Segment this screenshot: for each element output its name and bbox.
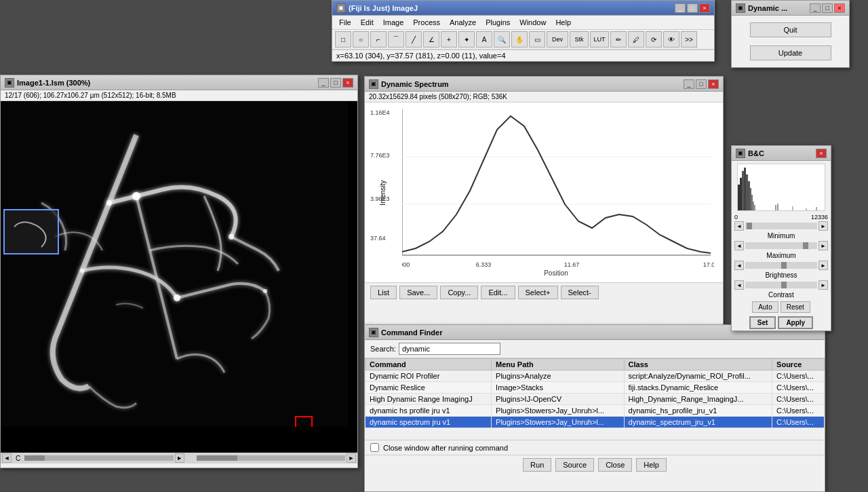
tool-hand[interactable]: ✋: [511, 31, 528, 48]
minimum-right-arrow[interactable]: ►: [818, 221, 828, 231]
source-button[interactable]: Source: [555, 458, 594, 472]
tool-eye[interactable]: 👁: [663, 31, 679, 48]
brightness-label: Brightness: [732, 271, 831, 280]
set-button[interactable]: Set: [749, 316, 776, 329]
tool-rectangle[interactable]: □: [335, 31, 351, 48]
tool-point[interactable]: +: [441, 31, 457, 48]
close-checkbox[interactable]: [370, 443, 379, 452]
contrast-thumb[interactable]: [781, 282, 787, 288]
menu-help[interactable]: Help: [551, 17, 575, 28]
imagej-restore[interactable]: □: [687, 3, 698, 13]
select-plus-button[interactable]: Select+: [518, 286, 558, 299]
contrast-slider[interactable]: [745, 282, 817, 288]
minimum-slider[interactable]: [745, 223, 817, 229]
auto-button[interactable]: Auto: [752, 301, 778, 313]
copy-button[interactable]: Copy...: [440, 286, 478, 299]
spectrum-minimize[interactable]: _: [684, 79, 694, 89]
maximum-right-arrow[interactable]: ►: [818, 241, 828, 250]
spectrum-close[interactable]: ×: [708, 79, 719, 89]
image-hscrollbar[interactable]: ◄ C ► ►: [1, 453, 357, 463]
menu-image[interactable]: Image: [379, 17, 408, 28]
quit-button[interactable]: Quit: [750, 22, 831, 37]
brightness-right-arrow[interactable]: ►: [818, 261, 828, 270]
contrast-right-arrow[interactable]: ►: [818, 280, 828, 290]
tool-pen1[interactable]: ✏: [610, 31, 627, 48]
tool-dev[interactable]: Dev: [547, 31, 568, 48]
dynamic-mini-minimize[interactable]: _: [810, 3, 821, 13]
list-button[interactable]: List: [370, 286, 397, 299]
table-row[interactable]: dynamic spectrum jru v1Plugins>Stowers>J…: [366, 417, 825, 428]
microscopy-image: [1, 101, 348, 427]
dynamic-mini-maximize[interactable]: □: [822, 3, 833, 13]
imagej-minimize[interactable]: _: [675, 3, 686, 13]
close-button[interactable]: Close: [598, 458, 632, 472]
tool-more[interactable]: >>: [681, 31, 697, 48]
hscroll-right-btn[interactable]: ►: [175, 453, 184, 463]
contrast-left-arrow[interactable]: ◄: [734, 280, 744, 290]
svg-text:Position: Position: [544, 269, 568, 276]
svg-point-3: [106, 200, 112, 206]
hscroll-right2-btn[interactable]: ►: [347, 453, 356, 463]
tool-pen2[interactable]: 🖊: [628, 31, 644, 48]
imagej-close[interactable]: ×: [699, 3, 710, 13]
table-row[interactable]: High Dynamic Range ImagingJPlugins>IJ-Op…: [366, 394, 825, 405]
hscroll-thumb[interactable]: [24, 455, 45, 461]
tool-lut[interactable]: LUT: [590, 31, 609, 48]
table-row[interactable]: Dynamic ROI ProfilerPlugins>Analyzescrip…: [366, 371, 825, 382]
tool-fill[interactable]: ⟳: [646, 31, 662, 48]
menu-plugins[interactable]: Plugins: [481, 17, 514, 28]
dynamic-mini-close[interactable]: ×: [834, 3, 845, 13]
table-row[interactable]: dynamic hs profile jru v1Plugins>Stowers…: [366, 405, 825, 417]
svg-text:1.000: 1.000: [402, 261, 410, 268]
tool-polygon[interactable]: ⌐: [370, 31, 387, 48]
hscroll-thumb2[interactable]: [197, 455, 237, 461]
tool-roi[interactable]: ▭: [529, 31, 545, 48]
run-button[interactable]: Run: [523, 458, 551, 472]
maximum-thumb[interactable]: [803, 242, 808, 249]
svg-rect-9: [5, 210, 58, 253]
brightness-slider[interactable]: [745, 262, 817, 269]
hscroll-track2[interactable]: [197, 455, 345, 461]
update-button[interactable]: Update: [750, 45, 831, 60]
brightness-thumb[interactable]: [781, 262, 787, 269]
brightness-left-arrow[interactable]: ◄: [734, 261, 744, 270]
edit-button[interactable]: Edit...: [481, 286, 515, 299]
select-minus-button[interactable]: Select-: [561, 286, 599, 299]
tool-stk[interactable]: Stk: [570, 31, 589, 48]
tool-text[interactable]: A: [476, 31, 492, 48]
save-button[interactable]: Save...: [399, 286, 437, 299]
minimum-left-arrow[interactable]: ◄: [734, 221, 744, 231]
table-row[interactable]: Dynamic ResliceImage>Stacksfiji.stacks.D…: [366, 382, 825, 394]
apply-button[interactable]: Apply: [778, 316, 813, 329]
image-maximize[interactable]: □: [330, 78, 341, 88]
maximum-left-arrow[interactable]: ◄: [734, 241, 744, 250]
maximum-label: Maximum: [732, 251, 831, 260]
tool-freehand[interactable]: ⌒: [388, 31, 404, 48]
image-window: ▣ Image1-1.lsm (300%) _ □ × 12/17 (606);…: [0, 75, 358, 468]
menu-window[interactable]: Window: [515, 17, 550, 28]
image-minimize[interactable]: _: [318, 78, 329, 88]
reset-button[interactable]: Reset: [781, 301, 810, 313]
spectrum-restore[interactable]: □: [696, 79, 707, 89]
bc-close[interactable]: ×: [816, 149, 827, 158]
tool-zoom[interactable]: 🔍: [494, 31, 510, 48]
col-menu: Menu Path: [492, 359, 624, 371]
hscroll-left-btn[interactable]: ◄: [2, 453, 12, 463]
tool-oval[interactable]: ○: [353, 31, 369, 48]
menu-edit[interactable]: Edit: [357, 17, 378, 28]
cell-source: C:\Users\...: [772, 394, 825, 405]
menu-analyze[interactable]: Analyze: [446, 17, 480, 28]
hscroll-track[interactable]: [24, 455, 173, 461]
menu-file[interactable]: File: [335, 17, 355, 28]
menu-process[interactable]: Process: [409, 17, 444, 28]
tool-wand[interactable]: ✦: [458, 31, 475, 48]
tool-line[interactable]: ╱: [406, 31, 422, 48]
minimum-thumb[interactable]: [747, 223, 752, 229]
tool-angle[interactable]: ∠: [423, 31, 439, 48]
image-close[interactable]: ×: [342, 78, 353, 88]
help-button[interactable]: Help: [636, 458, 667, 472]
search-input[interactable]: [399, 343, 500, 355]
maximum-slider[interactable]: [745, 242, 817, 249]
image-canvas[interactable]: [1, 101, 357, 453]
results-container[interactable]: Command Menu Path Class Source Dynamic R…: [365, 358, 825, 440]
